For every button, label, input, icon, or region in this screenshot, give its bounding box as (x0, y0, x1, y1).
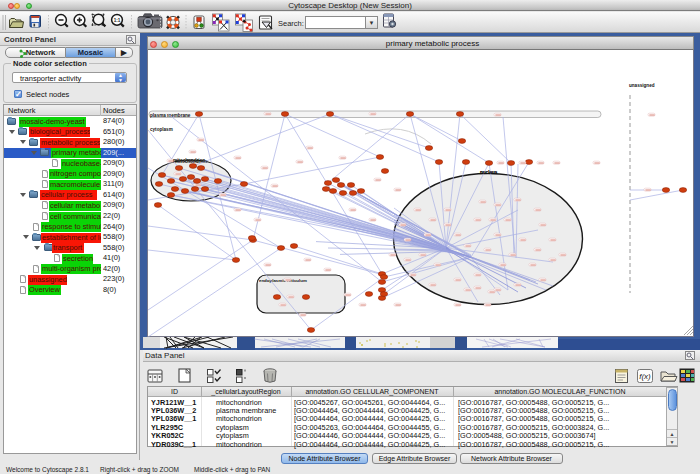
svg-text:unassigned: unassigned (629, 83, 655, 88)
svg-text:cytoplasm: cytoplasm (150, 127, 173, 132)
svg-text:plasma membrane: plasma membrane (150, 113, 191, 118)
svg-text:1:1: 1:1 (114, 18, 121, 23)
svg-text:nucleus: nucleus (480, 170, 498, 175)
svg-text:mitochondrion: mitochondrion (173, 158, 205, 163)
svg-text:f(x): f(x) (639, 372, 651, 381)
svg-text:endoplasmic reticulum: endoplasmic reticulum (259, 278, 307, 283)
